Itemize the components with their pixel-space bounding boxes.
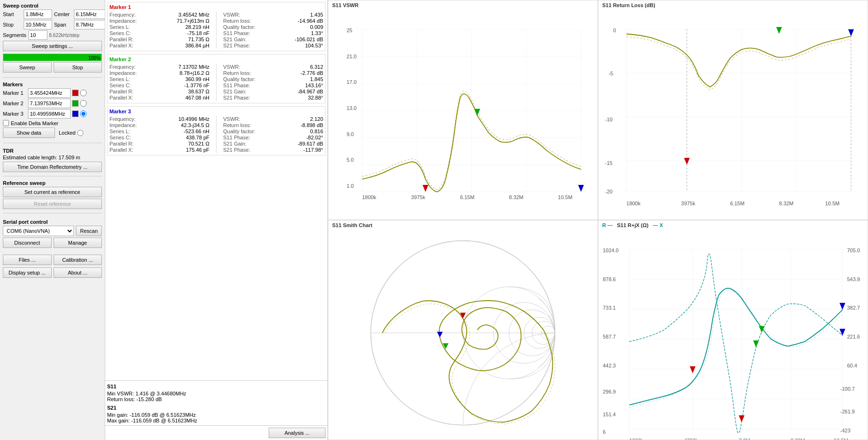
m2-vswr: 6.312 (310, 64, 323, 70)
svg-text:4700k: 4700k (684, 438, 698, 440)
markers-title: Markers (3, 82, 102, 87)
tdr-cable-length-value: 17.509 m (58, 155, 80, 160)
m3-return-loss: -8.898 dB (300, 122, 323, 128)
marker1-col-right: VSWR:1.435 Return loss:-14.964 dB Qualit… (223, 12, 323, 49)
m3-series-l: -523.66 nH (184, 128, 209, 134)
marker3-label: Marker 3 (3, 111, 27, 117)
m1-impedance: 71.7+j613m Ω (177, 18, 209, 24)
marker2-color-button[interactable] (72, 100, 79, 107)
marker3-block: Marker 3 Frequency:10.4996 MHz Impedance… (107, 106, 326, 156)
rxj-r-label: R — (602, 222, 613, 228)
sweep-settings-button[interactable]: Sweep settings ... (3, 41, 102, 51)
stop-button[interactable]: Stop (54, 62, 102, 73)
markers-section: Markers Marker 1 Marker 2 Marker 3 Enabl… (3, 82, 102, 139)
marker3-input[interactable] (28, 109, 71, 119)
m2-parallel-r: 38.637 Ω (188, 89, 209, 94)
svg-text:-20: -20 (605, 189, 613, 194)
svg-marker-49 (684, 158, 690, 165)
marker1-radio[interactable] (80, 90, 87, 96)
m3-parallel-x: 175.46 pF (186, 147, 209, 153)
m3-parallel-r: 70.521 Ω (188, 141, 209, 147)
marker1-col-left: Frequency:3.45542 MHz Impedance:71.7+j61… (109, 12, 209, 49)
svg-text:1800k: 1800k (626, 201, 641, 206)
m1-parallel-x: 386.84 µH (185, 43, 209, 48)
svg-text:-5: -5 (608, 71, 613, 76)
marker1-data-table: Frequency:3.45542 MHz Impedance:71.7+j61… (109, 12, 323, 49)
rxj-title-label: S11 R+jX (Ω) (617, 222, 649, 228)
return-loss-chart-title: S11 Return Loss (dB) (602, 2, 655, 8)
reset-reference-button[interactable]: Reset reference (3, 199, 102, 209)
svg-text:5.0: 5.0 (346, 157, 353, 163)
start-input[interactable] (24, 9, 52, 19)
m2-series-c: -1.3776 nF (184, 82, 209, 88)
m2-impedance: 8.78+j16.2 Ω (180, 70, 209, 76)
marker2-block-title: Marker 2 (109, 56, 323, 62)
svg-marker-50 (776, 27, 782, 34)
serial-port-title: Serial port control (3, 219, 102, 225)
svg-marker-62 (437, 332, 443, 338)
step-value: 8.622kHz/step (49, 33, 80, 38)
m2-s11-phase: 143.16° (305, 82, 323, 88)
svg-text:1.0: 1.0 (346, 183, 353, 189)
left-panel: Sweep control Start Center Stop Span Seg… (0, 0, 105, 440)
divider-1 (3, 77, 102, 78)
rxj-svg: 1024.0 878.6 733.1 587.7 442.3 296.9 151… (598, 220, 868, 440)
m2-quality-factor: 1.845 (310, 76, 323, 82)
analysis-button[interactable]: Analysis ... (269, 428, 326, 438)
svg-text:21.0: 21.0 (346, 54, 356, 59)
charts-area: S11 VSWR 25 21.0 17.0 13.0 9.0 5.0 1.0 1… (328, 0, 868, 440)
marker1-input[interactable] (28, 88, 71, 98)
show-data-button[interactable]: Show data (3, 128, 55, 138)
disconnect-button[interactable]: Disconnect (3, 238, 52, 248)
rxj-x-label: — X (653, 222, 663, 228)
svg-marker-26 (578, 185, 584, 192)
port-select[interactable]: COM6 (NanoVNA) (3, 226, 74, 236)
svg-marker-63 (443, 343, 448, 349)
vswr-chart: S11 VSWR 25 21.0 17.0 13.0 9.0 5.0 1.0 1… (328, 0, 598, 220)
svg-text:382.7: 382.7 (847, 305, 860, 311)
progress-label: 100% (3, 55, 100, 61)
segments-input[interactable] (28, 30, 47, 40)
svg-text:10.5M: 10.5M (558, 194, 572, 200)
m1-series-c: -75.18 nF (187, 30, 209, 36)
enable-delta-checkbox[interactable] (3, 120, 9, 126)
s21-min-gain-value: -116.059 dB @ 6.51623MHz (130, 412, 196, 418)
rxj-chart: R — S11 R+jX (Ω) — X 1024.0 878.6 733.1 … (598, 220, 868, 440)
marker2-input[interactable] (28, 99, 71, 108)
rescan-button[interactable]: Rescan (76, 226, 102, 236)
marker2-block: Marker 2 Frequency:7.13702 MHz Impedance… (107, 54, 326, 103)
m1-s11-phase: 1.33° (311, 30, 323, 36)
span-input[interactable] (74, 20, 105, 29)
manage-button[interactable]: Manage (54, 238, 102, 248)
marker3-color-button[interactable] (72, 110, 79, 117)
calibration-button[interactable]: Calibration ... (54, 255, 102, 265)
reference-sweep-section: Reference sweep Set current as reference… (3, 180, 102, 209)
marker3-col-left: Frequency:10.4996 MHz Impedance:42.3-j34… (109, 116, 209, 153)
svg-text:7.6M: 7.6M (739, 438, 750, 440)
divider-3 (3, 176, 102, 176)
about-button[interactable]: About ... (54, 267, 102, 278)
svg-text:151.4: 151.4 (603, 412, 615, 417)
marker2-row: Marker 2 (3, 99, 102, 108)
center-input[interactable] (74, 9, 105, 19)
enable-delta-row: Enable Delta Marker (3, 120, 102, 126)
svg-text:9.0: 9.0 (346, 131, 353, 137)
m2-return-loss: -2.776 dB (300, 70, 323, 76)
marker1-color-button[interactable] (72, 90, 79, 96)
smith-chart-title: S11 Smith Chart (332, 222, 372, 228)
tdr-cable-length: Estimated cable length: 17.509 m (3, 155, 102, 160)
marker1-block-title: Marker 1 (109, 4, 323, 10)
svg-text:-15: -15 (605, 160, 613, 166)
tdr-button[interactable]: Time Domain Reflectometry ... (3, 162, 102, 172)
display-setup-button[interactable]: Display setup ... (3, 267, 52, 278)
sweep-button[interactable]: Sweep (3, 62, 52, 73)
marker2-radio[interactable] (80, 100, 87, 107)
locked-radio[interactable] (77, 130, 83, 136)
set-reference-button[interactable]: Set current as reference (3, 187, 102, 197)
files-button[interactable]: Files ... (3, 255, 52, 265)
center-label: Center (54, 11, 72, 17)
s11-min-vswr-label: Min VSWR: (107, 391, 134, 396)
tdr-cable-length-label: Estimated cable length: (3, 155, 57, 160)
marker3-radio[interactable] (80, 110, 87, 117)
stop-input[interactable] (24, 20, 52, 29)
